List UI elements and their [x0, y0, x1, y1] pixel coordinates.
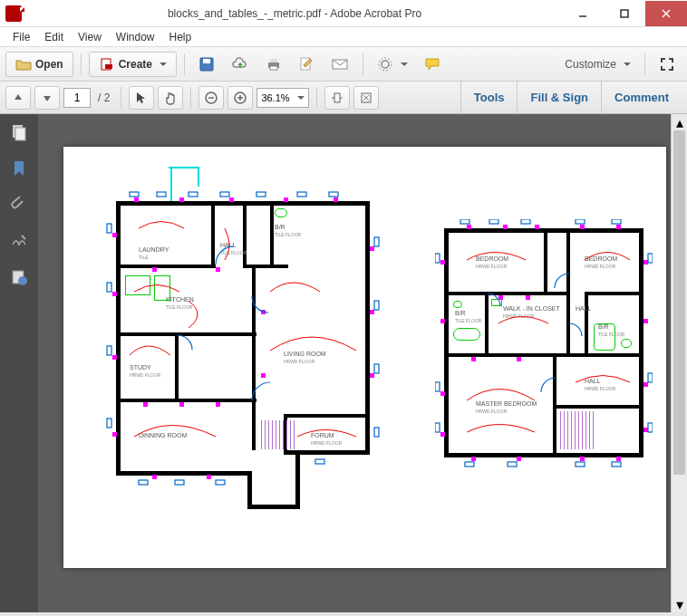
menu-window[interactable]: Window [109, 29, 162, 45]
customize-button[interactable]: Customize [558, 52, 637, 77]
cursor-icon [134, 91, 149, 105]
prev-page-button[interactable] [5, 86, 31, 110]
fit-width-button[interactable] [324, 86, 350, 110]
menu-file[interactable]: File [5, 29, 37, 45]
zoom-in-button[interactable] [227, 86, 253, 110]
svg-rect-99 [508, 462, 517, 467]
svg-rect-95 [648, 254, 653, 263]
work-area: LAUNDRYTILE HALLTILE FLOOR B/RTILE FLOOR… [0, 114, 687, 616]
svg-rect-91 [612, 219, 621, 224]
svg-rect-47 [130, 192, 139, 197]
zoom-select[interactable]: 36.1% [256, 88, 308, 108]
open-button[interactable]: Open [5, 52, 73, 77]
zoom-out-button[interactable] [198, 86, 224, 110]
arrow-up-icon [12, 91, 24, 104]
svg-rect-78 [643, 428, 648, 432]
email-button[interactable] [324, 52, 355, 77]
page-number-input[interactable] [63, 88, 91, 108]
svg-rect-42 [216, 402, 220, 407]
scroll-down-icon[interactable]: ▾ [672, 596, 687, 612]
highlight-button[interactable] [418, 52, 447, 77]
signatures-button[interactable] [10, 232, 28, 250]
fullscreen-button[interactable] [653, 52, 682, 77]
svg-rect-36 [370, 310, 374, 314]
svg-rect-85 [471, 357, 476, 361]
scrollbar-thumb[interactable] [673, 130, 685, 475]
svg-rect-84 [526, 295, 530, 300]
svg-rect-76 [643, 319, 648, 323]
bookmark-icon [10, 159, 28, 178]
attachments-button[interactable] [10, 196, 28, 214]
chevron-down-icon [297, 96, 305, 100]
thumbnails-button[interactable] [10, 123, 28, 141]
pdf-layers-icon [10, 268, 28, 286]
comment-panel-button[interactable]: Comment [601, 82, 682, 114]
paperclip-icon [10, 196, 28, 214]
svg-rect-41 [143, 402, 148, 407]
svg-rect-61 [374, 428, 379, 437]
svg-rect-10 [270, 66, 277, 70]
svg-rect-98 [465, 462, 474, 467]
svg-rect-92 [435, 254, 440, 263]
hand-tool-button[interactable] [158, 86, 183, 110]
svg-rect-87 [460, 219, 469, 224]
next-page-button[interactable] [34, 86, 60, 110]
minus-circle-icon [204, 91, 218, 105]
gear-icon [377, 56, 393, 72]
signature-icon [10, 232, 28, 250]
edit-button[interactable] [292, 52, 321, 77]
tools-panel-button[interactable]: Tools [460, 82, 518, 114]
cloud-upload-icon [231, 56, 249, 72]
minimize-button[interactable] [562, 1, 604, 26]
svg-rect-46 [261, 373, 266, 378]
separator [644, 53, 645, 75]
chevron-down-icon [160, 63, 167, 66]
menu-help[interactable]: Help [162, 29, 199, 45]
menu-edit[interactable]: Edit [37, 29, 71, 45]
settings-button[interactable] [371, 52, 414, 77]
create-button[interactable]: Create [89, 52, 177, 77]
svg-rect-54 [107, 224, 111, 233]
bookmarks-button[interactable] [10, 159, 28, 178]
separator [190, 87, 191, 109]
svg-rect-57 [107, 419, 111, 428]
separator [121, 87, 121, 109]
svg-rect-23 [15, 128, 25, 140]
document-viewport[interactable]: LAUNDRYTILE HALLTILE FLOOR B/RTILE FLOOR… [38, 114, 671, 612]
svg-rect-97 [648, 423, 653, 432]
fill-sign-panel-button[interactable]: Fill & Sign [517, 82, 601, 114]
open-label: Open [35, 58, 63, 71]
fit-page-icon [359, 91, 373, 105]
acrobat-icon [5, 5, 22, 22]
page-count: / 2 [98, 91, 110, 104]
fit-page-button[interactable] [353, 86, 379, 110]
scroll-up-icon[interactable]: ▴ [672, 114, 687, 130]
svg-rect-89 [521, 219, 530, 224]
maximize-button[interactable] [604, 1, 645, 26]
print-button[interactable] [259, 52, 288, 77]
select-tool-button[interactable] [129, 86, 154, 110]
envelope-icon [331, 57, 349, 72]
svg-rect-5 [105, 64, 112, 69]
svg-rect-43 [216, 267, 220, 272]
chevron-down-icon [624, 63, 631, 66]
layers-button[interactable] [10, 268, 28, 286]
title-bar: blocks_and_tables_-_metric.pdf - Adobe A… [0, 0, 687, 27]
cloud-button[interactable] [225, 52, 256, 77]
svg-rect-45 [261, 310, 266, 314]
menu-view[interactable]: View [71, 29, 109, 45]
svg-rect-88 [489, 219, 498, 224]
main-toolbar: Open Create Customize [0, 47, 687, 82]
save-button[interactable] [192, 52, 221, 77]
svg-rect-20 [334, 93, 340, 102]
navigation-pane [0, 114, 38, 612]
pages-icon [10, 123, 28, 141]
fit-width-icon [330, 91, 344, 105]
hand-icon [163, 91, 178, 105]
vertical-scrollbar[interactable]: ▴ ▾ [671, 114, 687, 612]
svg-rect-58 [374, 237, 379, 246]
pdf-page: LAUNDRYTILE HALLTILE FLOOR B/RTILE FLOOR… [63, 147, 666, 568]
svg-rect-75 [643, 260, 648, 265]
close-button[interactable] [645, 1, 687, 26]
print-icon [266, 56, 282, 72]
